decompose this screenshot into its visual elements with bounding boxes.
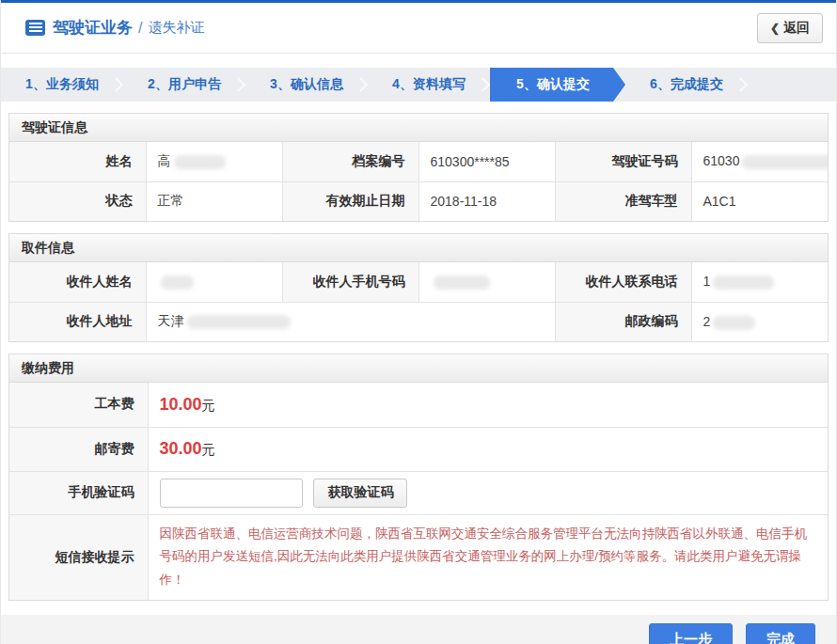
postage-fee-value: 30.00元 (148, 427, 828, 471)
recipient-phone-value: 1 (691, 262, 828, 302)
finish-button[interactable]: 完成 (746, 623, 815, 644)
page-title: 驾驶证业务 (53, 17, 133, 39)
table-row: 收件人地址 天津 邮政编码 2 (9, 302, 828, 341)
archive-no-value: 610300****85 (418, 142, 555, 181)
postal-code-label: 邮政编码 (555, 302, 691, 341)
previous-step-button[interactable]: 上一步 (649, 623, 733, 644)
captcha-input[interactable] (160, 479, 303, 508)
fees-section: 缴纳费用 工本费 10.00元 邮寄费 30.00元 手机验证码 获取验证码 短… (8, 353, 829, 601)
name-label: 姓名 (9, 142, 146, 181)
step-progress-bar: 1、业务须知 2、用户申告 3、确认信息 4、资料填写 5、确认提交 6、完成提… (1, 68, 836, 102)
recipient-phone-label: 收件人联系电话 (555, 262, 691, 302)
chevron-left-icon: ❮ (770, 22, 780, 35)
archive-no-label: 档案编号 (282, 142, 418, 181)
back-button[interactable]: ❮ 返回 (757, 13, 823, 43)
title-separator: / (138, 20, 142, 37)
recipient-name-value (146, 262, 282, 302)
redacted-value (434, 275, 490, 290)
redacted-value (174, 155, 226, 169)
footer-bar: 上一步 完成 (1, 615, 836, 644)
expiry-label: 有效期止日期 (282, 181, 418, 221)
sms-notice-text: 因陕西省联通、电信运营商技术问题，陕西省互联网交通安全综合服务管理平台无法向持陕… (148, 514, 828, 600)
captcha-label: 手机验证码 (9, 471, 148, 514)
cost-fee-label: 工本费 (9, 383, 148, 427)
step-3-confirm-info[interactable]: 3、确认信息 (245, 68, 368, 102)
page-subtitle: 遗失补证 (148, 19, 204, 37)
table-row: 短信接收提示 因陕西省联通、电信运营商技术问题，陕西省互联网交通安全综合服务管理… (9, 514, 828, 600)
license-info-section: 驾驶证信息 姓名 高 档案编号 610300****85 驾驶证号码 61030… (8, 113, 829, 222)
recipient-name-label: 收件人姓名 (9, 262, 146, 302)
status-value: 正常 (146, 181, 282, 221)
table-row: 手机验证码 获取验证码 (9, 471, 828, 514)
table-row: 状态 正常 有效期止日期 2018-11-18 准驾车型 A1C1 (9, 181, 828, 221)
table-row: 邮寄费 30.00元 (9, 427, 828, 471)
table-row: 工本费 10.00元 (9, 383, 828, 427)
recipient-address-value: 天津 (146, 302, 555, 341)
step-1-business-notice[interactable]: 1、业务须知 (1, 68, 123, 102)
back-button-label: 返回 (783, 20, 810, 37)
step-6-complete-submit[interactable]: 6、完成提交 (625, 68, 748, 102)
table-row: 收件人姓名 收件人手机号码 收件人联系电话 1 (9, 262, 828, 302)
name-value: 高 (146, 142, 282, 181)
fees-section-title: 缴纳费用 (9, 354, 828, 383)
redacted-value (161, 275, 194, 290)
get-code-button[interactable]: 获取验证码 (313, 479, 407, 508)
redacted-value (187, 315, 291, 329)
license-section-title: 驾驶证信息 (9, 114, 828, 142)
expiry-value: 2018-11-18 (418, 181, 555, 221)
status-label: 状态 (9, 181, 146, 221)
postage-fee-label: 邮寄费 (9, 427, 148, 471)
redacted-value (713, 316, 755, 330)
pickup-info-section: 取件信息 收件人姓名 收件人手机号码 收件人联系电话 1 收件人地址 天津 邮政… (8, 233, 829, 342)
step-4-fill-data[interactable]: 4、资料填写 (368, 68, 490, 102)
vehicle-class-value: A1C1 (691, 181, 828, 221)
cost-fee-value: 10.00元 (148, 383, 828, 427)
table-row: 姓名 高 档案编号 610300****85 驾驶证号码 61030 (9, 142, 828, 181)
step-2-user-declaration[interactable]: 2、用户申告 (123, 68, 245, 102)
license-no-value: 61030 (691, 142, 828, 181)
recipient-mobile-label: 收件人手机号码 (282, 262, 418, 302)
list-icon (25, 20, 45, 36)
page-header: 驾驶证业务 / 遗失补证 ❮ 返回 (1, 3, 836, 54)
recipient-mobile-value (418, 262, 555, 302)
redacted-value (742, 155, 828, 169)
vehicle-class-label: 准驾车型 (555, 181, 691, 221)
pickup-section-title: 取件信息 (9, 234, 828, 262)
redacted-value (713, 275, 774, 290)
postal-code-value: 2 (691, 302, 828, 341)
license-no-label: 驾驶证号码 (555, 142, 691, 181)
recipient-address-label: 收件人地址 (9, 302, 146, 341)
sms-notice-label: 短信接收提示 (9, 514, 148, 600)
step-5-confirm-submit[interactable]: 5、确认提交 (490, 68, 625, 102)
